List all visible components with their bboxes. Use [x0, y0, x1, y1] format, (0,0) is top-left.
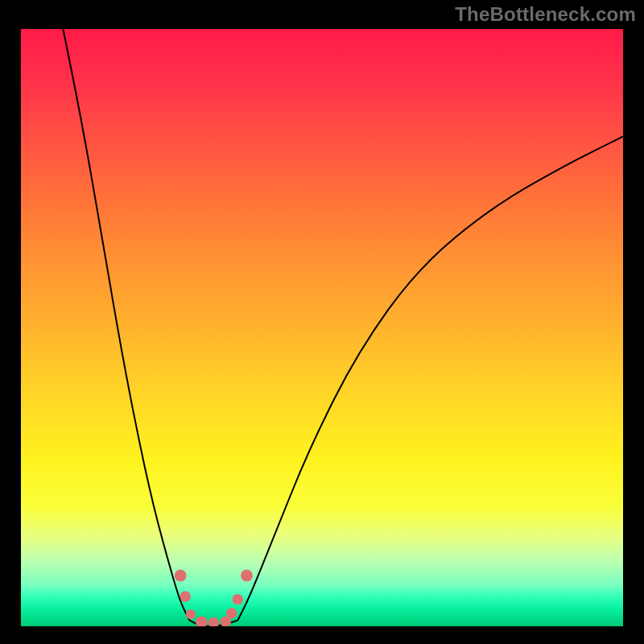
chart-frame: TheBottleneck.com — [0, 0, 644, 644]
watermark-text: TheBottleneck.com — [455, 3, 636, 26]
plot-area — [21, 29, 623, 626]
gradient-background — [21, 29, 623, 626]
